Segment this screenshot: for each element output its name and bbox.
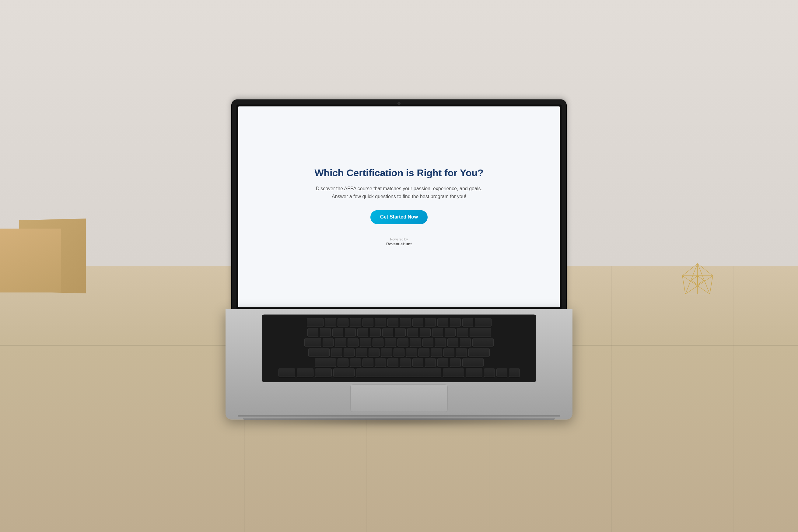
key-l xyxy=(431,348,442,357)
powered-by-label: Powered by xyxy=(314,238,484,241)
key-h xyxy=(394,348,404,357)
key-command-left xyxy=(333,368,355,377)
key-o xyxy=(422,338,433,347)
key-f12 xyxy=(462,318,473,327)
key-minus xyxy=(445,328,456,337)
screen-display: Which Certification is Right for You? Di… xyxy=(238,106,560,307)
key-e xyxy=(347,338,359,347)
key-f6 xyxy=(387,318,398,327)
key-backslash xyxy=(472,338,494,347)
key-9 xyxy=(420,328,431,337)
key-4 xyxy=(357,328,368,337)
key-b xyxy=(387,358,398,367)
key-n xyxy=(400,358,411,367)
key-shift-left xyxy=(315,358,336,367)
keyboard-row-3 xyxy=(268,338,530,347)
key-i xyxy=(410,338,421,347)
key-bracket-close xyxy=(460,338,471,347)
key-bracket-open xyxy=(448,338,458,347)
keyboard-area xyxy=(262,315,536,382)
key-u xyxy=(398,338,408,347)
key-f xyxy=(368,348,380,357)
laptop: Which Certification is Right for You? Di… xyxy=(226,99,572,419)
key-m xyxy=(412,358,423,367)
key-slash xyxy=(450,358,461,367)
key-capslock xyxy=(308,348,329,357)
key-f8 xyxy=(412,318,423,327)
key-f1 xyxy=(325,318,336,327)
key-return xyxy=(469,348,490,357)
keyboard-row-6 xyxy=(268,368,530,377)
touchpad[interactable] xyxy=(350,384,448,412)
key-f9 xyxy=(425,318,436,327)
key-option xyxy=(315,368,332,377)
screen-content-area: Which Certification is Right for You? Di… xyxy=(296,155,502,259)
key-f4 xyxy=(362,318,374,327)
key-backtick xyxy=(307,328,318,337)
key-8 xyxy=(407,328,418,337)
key-k xyxy=(418,348,430,357)
key-shift-right xyxy=(462,358,483,367)
key-backspace xyxy=(470,328,491,337)
keyboard-row-1 xyxy=(268,318,530,327)
key-f10 xyxy=(437,318,448,327)
key-s xyxy=(344,348,355,357)
laptop-shadow xyxy=(243,416,555,425)
key-f3 xyxy=(350,318,361,327)
key-equals xyxy=(457,328,468,337)
key-3 xyxy=(345,328,356,337)
key-comma xyxy=(425,358,436,367)
key-tab xyxy=(304,338,321,347)
box-front xyxy=(0,229,61,292)
key-f5 xyxy=(375,318,386,327)
laptop-base xyxy=(226,309,572,419)
key-5 xyxy=(370,328,381,337)
key-fn xyxy=(279,368,295,377)
key-esc xyxy=(307,318,324,327)
key-g xyxy=(381,348,392,357)
key-semicolon xyxy=(443,348,454,357)
key-option-right xyxy=(466,368,482,377)
touchpad-area xyxy=(238,382,560,413)
key-c xyxy=(362,358,374,367)
key-1 xyxy=(320,328,331,337)
key-arrow-right xyxy=(509,368,520,377)
key-command-right xyxy=(443,368,464,377)
key-ctrl xyxy=(297,368,314,377)
key-space xyxy=(356,368,441,377)
key-j xyxy=(406,348,417,357)
key-arrow-left xyxy=(484,368,495,377)
key-period xyxy=(437,358,448,367)
key-f2 xyxy=(338,318,348,327)
powered-by-section: Powered by RevenueHunt xyxy=(314,238,484,247)
key-6 xyxy=(382,328,393,337)
powered-by-brand: RevenueHunt xyxy=(314,242,484,247)
key-0 xyxy=(432,328,443,337)
key-power xyxy=(475,318,492,327)
key-p xyxy=(435,338,446,347)
keyboard-row-2 xyxy=(268,328,530,337)
key-y xyxy=(385,338,396,347)
get-started-button[interactable]: Get Started Now xyxy=(370,210,428,224)
key-x xyxy=(350,358,361,367)
key-7 xyxy=(395,328,406,337)
quiz-heading: Which Certification is Right for You? xyxy=(314,167,484,179)
quiz-subheading: Discover the AFPA course that matches yo… xyxy=(314,185,484,201)
key-r xyxy=(360,338,371,347)
key-f7 xyxy=(400,318,411,327)
key-v xyxy=(375,358,386,367)
key-arrow-up xyxy=(496,368,507,377)
key-d xyxy=(356,348,367,357)
geometric-decoration xyxy=(676,261,719,303)
laptop-camera xyxy=(398,102,400,105)
keyboard-row-5 xyxy=(268,358,530,367)
screen-bezel: Which Certification is Right for You? Di… xyxy=(236,104,562,309)
key-z xyxy=(338,358,348,367)
key-a xyxy=(331,348,342,357)
keyboard-row-4 xyxy=(268,348,530,357)
key-quote xyxy=(456,348,467,357)
key-q xyxy=(323,338,334,347)
key-w xyxy=(335,338,346,347)
key-f11 xyxy=(450,318,461,327)
key-2 xyxy=(332,328,343,337)
